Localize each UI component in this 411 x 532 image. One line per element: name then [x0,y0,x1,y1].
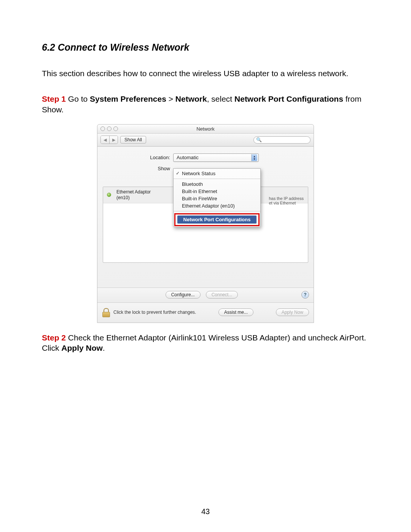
minimize-icon[interactable] [107,126,112,131]
menu-item-builtin-ethernet[interactable]: Built-in Ethernet [174,188,260,195]
nav-buttons: ◀ ▶ [100,136,118,144]
apply-now-button[interactable]: Apply Now [276,308,309,316]
menu-item-bluetooth[interactable]: Bluetooth [174,181,260,188]
location-label: Location: [103,155,173,160]
location-select[interactable]: Automatic ▲▼ [173,153,259,162]
search-icon: 🔍 [256,137,262,142]
show-label: Show [103,166,173,171]
annotation-highlight-box: Network Port Configurations [174,213,260,226]
forward-button[interactable]: ▶ [109,136,118,144]
help-button[interactable]: ? [301,291,309,299]
step-1: Step 1 Go to System Preferences > Networ… [42,94,369,115]
section-heading: 6.2 Connect to Wireless Network [42,42,369,53]
page-number: 43 [0,507,411,516]
window-title: Network [196,126,215,132]
menu-item-ethernet-adaptor[interactable]: Ethernet Adaptor (en10) [174,202,260,209]
search-input[interactable]: 🔍 [253,136,311,144]
traffic-lights [100,126,118,131]
action-row: Configure... Connect... ? [97,288,314,302]
zoom-icon[interactable] [113,126,118,131]
show-dropdown-menu: Network Status Bluetooth Built-in Ethern… [173,168,261,227]
intro-text: This section describes how to connect th… [42,68,369,78]
toolbar: ◀ ▶ Show All 🔍 [97,134,314,147]
window-content: Location: Automatic ▲▼ Show Network Stat… [97,147,314,288]
updown-icon: ▲▼ [251,154,257,161]
menu-separator [174,211,260,211]
menu-separator [174,179,260,179]
show-all-button[interactable]: Show All [120,136,146,144]
assist-me-button[interactable]: Assist me... [218,308,253,316]
network-prefs-window: Network ◀ ▶ Show All 🔍 Location: Automat… [97,124,314,323]
adapter-sub: (en10) [116,195,151,201]
menu-item-network-port-configurations[interactable]: Network Port Configurations [177,216,256,224]
step-1-label: Step 1 [42,94,66,103]
close-icon[interactable] [100,126,105,131]
window-titlebar: Network [97,125,314,134]
connect-button[interactable]: Connect... [206,291,238,299]
step-2-label: Step 2 [42,333,66,342]
adapter-name: Ethernet Adaptor [116,189,151,195]
menu-item-builtin-firewire[interactable]: Built-in FireWire [174,195,260,202]
lock-text: Click the lock to prevent further change… [113,310,196,315]
configure-button[interactable]: Configure... [166,291,201,299]
menu-item-network-status[interactable]: Network Status [174,170,260,177]
step-2: Step 2 Check the Ethernet Adaptor (Airli… [42,332,369,353]
window-footer: Click the lock to prevent further change… [97,302,314,323]
status-dot-icon [107,193,111,197]
lock-icon[interactable] [102,308,110,316]
status-hint-text: has the IP address et via Ethernet [269,196,304,205]
back-button[interactable]: ◀ [101,136,109,144]
location-value: Automatic [177,155,199,160]
